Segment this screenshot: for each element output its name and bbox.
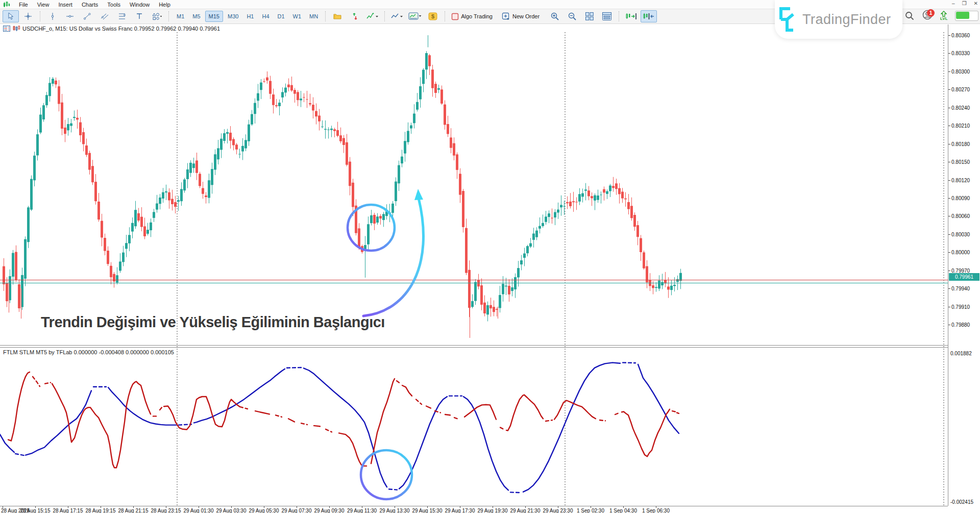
- algo-trading-button[interactable]: Algo Trading: [449, 10, 499, 22]
- chart-template-button[interactable]: [406, 10, 424, 22]
- auto-scroll-button[interactable]: [641, 10, 657, 22]
- time-tick-label: 28 Aug 15:15: [20, 508, 51, 513]
- crosshair-tool-button[interactable]: [20, 10, 36, 22]
- toolbar-separator: [325, 11, 326, 21]
- price-tick-mark: [948, 198, 950, 199]
- price-tick-mark: [948, 89, 950, 90]
- chart-shift-button[interactable]: [623, 10, 640, 22]
- price-tick-mark: [948, 234, 950, 235]
- shapes-tool-button[interactable]: [149, 10, 165, 22]
- level-indicator[interactable]: LVL: [940, 11, 948, 21]
- menu-item-charts[interactable]: Charts: [77, 1, 103, 9]
- chart-canvas[interactable]: [0, 25, 948, 506]
- current-price-badge: 0.79961: [949, 273, 979, 281]
- chart-type-button[interactable]: [389, 10, 405, 22]
- timeframe-w1-button[interactable]: W1: [289, 11, 305, 22]
- notifications-icon[interactable]: 1: [922, 9, 933, 22]
- price-tick-mark: [948, 144, 950, 144]
- indicator-label: FTLM STLM MT5 by TFLab 0.000000 -0.00040…: [3, 349, 174, 355]
- timeframe-m15-button[interactable]: M15: [205, 11, 223, 22]
- price-tick-mark: [948, 307, 950, 307]
- time-tick-label: 29 Aug 23:30: [543, 508, 573, 513]
- text-tool-button[interactable]: [131, 10, 148, 22]
- price-tick-label: 0.79940: [951, 286, 970, 291]
- chart-annotation-text: Trendin Değişimi ve Yükseliş Eğiliminin …: [41, 314, 385, 331]
- price-tick-label: 0.80150: [951, 159, 970, 165]
- time-tick-label: 1 Sep 04:30: [609, 508, 637, 513]
- price-tick-mark: [948, 252, 950, 253]
- candlesticks: [3, 35, 682, 338]
- timeframe-m5-button[interactable]: M5: [189, 11, 204, 22]
- open-data-folder-button[interactable]: [330, 10, 346, 22]
- timeframe-m30-button[interactable]: M30: [224, 11, 242, 22]
- indicators-list-button[interactable]: [364, 10, 381, 22]
- tradingfinder-logo-icon: [775, 6, 798, 33]
- zoom-in-button[interactable]: [547, 10, 563, 22]
- price-tick-mark: [948, 162, 950, 162]
- time-tick-label: 29 Aug 19:30: [478, 508, 508, 513]
- chart-window: USDCHF_o, M15: US Dollar vs Swiss Franc …: [0, 23, 980, 513]
- notification-badge: 1: [927, 9, 935, 17]
- menu-item-window[interactable]: Window: [125, 1, 154, 9]
- timeframe-mn-button[interactable]: MN: [306, 11, 322, 22]
- search-icon[interactable]: [904, 11, 915, 21]
- cursor-tool-button[interactable]: [3, 10, 19, 22]
- tile-windows-button[interactable]: [581, 10, 598, 22]
- symbol-title: USDCHF_o, M15: US Dollar vs Swiss Franc …: [22, 26, 220, 32]
- price-tick-mark: [948, 126, 950, 126]
- price-tick-label: 0.79910: [951, 304, 970, 309]
- new-order-button[interactable]: New Order: [500, 10, 546, 22]
- timeframe-h4-button[interactable]: H4: [258, 11, 273, 22]
- panel-separator-bottom[interactable]: [0, 347, 948, 348]
- restore-button[interactable]: ❐: [962, 1, 967, 6]
- depth-of-market-button[interactable]: [347, 10, 363, 22]
- timeframe-m1-button[interactable]: M1: [173, 11, 188, 22]
- time-tick-label: 29 Aug 13:30: [380, 508, 410, 513]
- zoom-out-button[interactable]: [564, 10, 580, 22]
- time-axis[interactable]: 28 Aug 202528 Aug 15:1528 Aug 17:1528 Au…: [0, 506, 948, 513]
- indicator-axis-min: -0.002415: [950, 499, 973, 505]
- price-tick-label: 0.80210: [951, 123, 970, 129]
- menu-item-insert[interactable]: Insert: [54, 1, 77, 9]
- time-tick-label: 28 Aug 21:15: [118, 508, 149, 513]
- time-tick-label: 29 Aug 09:30: [314, 508, 345, 513]
- horizontal-line-tool-button[interactable]: [62, 10, 78, 22]
- current-price-lines: [0, 280, 948, 283]
- price-tick-label: 0.79880: [951, 322, 970, 328]
- close-button[interactable]: ✕: [974, 1, 978, 6]
- time-tick-label: 28 Aug 19:15: [86, 508, 116, 513]
- panel-separator-top[interactable]: [0, 345, 948, 346]
- ftlm-stlm-indicator-lines: [0, 362, 679, 493]
- toggle-switch[interactable]: [955, 11, 978, 21]
- time-tick-label: 29 Aug 03:30: [216, 508, 247, 513]
- price-tick-mark: [948, 288, 950, 289]
- toolbar-separator: [619, 11, 620, 21]
- vertical-line-tool-button[interactable]: [44, 10, 61, 22]
- time-tick-label: 29 Aug 01:30: [184, 508, 214, 513]
- timeframe-d1-button[interactable]: D1: [274, 11, 288, 22]
- menu-item-help[interactable]: Help: [154, 1, 175, 9]
- price-tick-mark: [948, 35, 950, 36]
- price-tick-label: 0.80000: [951, 250, 970, 255]
- minimize-button[interactable]: –: [952, 1, 955, 6]
- fibonacci-tool-button[interactable]: [114, 10, 130, 22]
- price-tick-label: 0.80060: [951, 213, 970, 219]
- cascade-windows-button[interactable]: [599, 10, 615, 22]
- symbols-button[interactable]: $: [425, 10, 441, 22]
- timeframe-h1-button[interactable]: H1: [243, 11, 257, 22]
- highlight-circle-indicator: [361, 450, 412, 499]
- price-tick-label: 0.80270: [951, 87, 970, 92]
- toolbar-separator: [384, 11, 385, 21]
- channel-tool-button[interactable]: [96, 10, 113, 22]
- level-label: LVL: [940, 17, 948, 21]
- price-tick-mark: [948, 216, 950, 216]
- menu-item-file[interactable]: File: [14, 1, 33, 9]
- time-tick-label: 29 Aug 17:30: [445, 508, 475, 513]
- price-axis[interactable]: 0.803600.803300.803000.802700.802400.802…: [948, 25, 980, 506]
- price-tick-label: 0.79970: [951, 267, 970, 273]
- menu-item-tools[interactable]: Tools: [103, 1, 125, 9]
- app-icon: [3, 2, 10, 8]
- trendline-tool-button[interactable]: [79, 10, 95, 22]
- price-tick-mark: [948, 71, 950, 72]
- menu-item-view[interactable]: View: [33, 1, 54, 9]
